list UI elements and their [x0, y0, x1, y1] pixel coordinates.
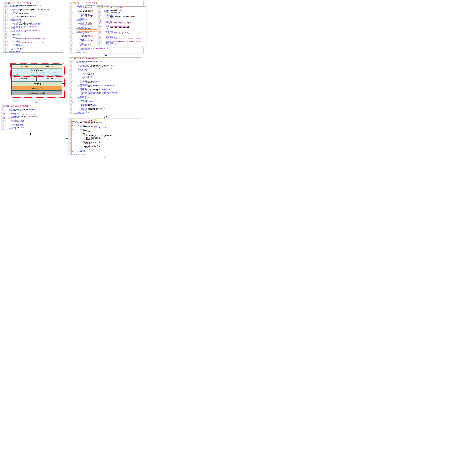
code-line: 24 </ModelOutputs>: [97, 36, 146, 37]
fold-gutter: [6, 27, 7, 28]
fold-gutter: [72, 92, 73, 93]
line-number: 29: [69, 38, 72, 40]
fold-gutter: [72, 65, 73, 66]
code-text: <GAModelDomainInfo>: [73, 20, 88, 21]
code-text: </ConfigDeps>: [73, 45, 86, 46]
fold-gutter: [6, 48, 7, 49]
code-text: <Keyword>Flood</Keyword>: [7, 13, 30, 14]
arrow-interface-horizontal1: [63, 74, 66, 74]
code-text: <ReferenceSystem>WGS84</ReferenceSystem>: [7, 26, 37, 27]
line-number: 14: [1, 122, 4, 124]
code-text: <CapID>Service.LongRunning.Visualization…: [7, 5, 41, 6]
code-text: <StartDate>2012-01-01</StartDate>: [73, 81, 101, 82]
code-text: </ConfigDeps>: [7, 44, 20, 45]
code-line: 27 <TemporalInterpolationError>None</Tem…: [69, 93, 142, 94]
config-dep-block: Config Dep: [11, 81, 63, 86]
code-line: 9 <DependencyLib>gdal-3.0.4</DependencyL…: [1, 116, 63, 117]
figure-canvas: 1-<?xml version="1.0" encoding="gb2312"?…: [0, 0, 150, 159]
fold-gutter: -: [6, 12, 7, 13]
code-text: <?xml version="1.0" encoding="gb2312"?>: [73, 58, 97, 59]
fold-gutter: [6, 30, 7, 31]
code-text: <Type>DFS</Type>: [73, 100, 88, 101]
fold-gutter: [72, 7, 73, 8]
code-line: 34 </EnvironmentDeps>: [3, 48, 63, 49]
code-text: </TemporalExtent>: [73, 84, 89, 85]
code-text: </Output>: [101, 34, 111, 36]
code-line: 12- <ModelInputs>: [97, 21, 146, 22]
code-text: <Keyword>Disaster</Keyword>: [7, 14, 31, 16]
fold-gutter: [72, 37, 73, 38]
code-line: 26 <SpatialInterpolationError>1 meter</S…: [69, 92, 142, 93]
code-line: 23 </Output>: [97, 34, 146, 36]
interface-contract-block: Interface Contract WMS WCS WFS ... Shape…: [11, 69, 63, 76]
code-line: 27 <DataDep CAPID="Data.DFS.FloodVisuali…: [3, 38, 63, 39]
fold-gutter: [100, 12, 101, 13]
fold-gutter: [72, 27, 73, 28]
line-number: 1: [97, 7, 100, 8]
code-line: 30 </GAModelDataMetaInfo>: [69, 97, 142, 98]
code-text: <TemporalInterpolationError>None</Tempor…: [73, 93, 118, 94]
code-text: <Name>FloodPredictionMod: [73, 7, 93, 8]
code-text: <CoordinateReferenceSystem>WGS84</Coordi…: [73, 85, 115, 86]
code-text: <UserName>admin</USERNAME>: [73, 105, 97, 106]
code-text: <ServiceDep CAPID="S: [73, 36, 93, 37]
fold-gutter: -: [72, 38, 73, 40]
code-text: <ServiceDeps>: [73, 33, 86, 34]
code-line: 7 <MountPath>/floodprediction/config</Mo…: [69, 127, 142, 129]
line-number: 17: [1, 126, 4, 128]
code-line: 1-<?xml version="1.0" encoding="gb2312"?…: [69, 2, 143, 3]
fold-gutter: [72, 96, 73, 97]
format-box-wcs: WCS: [12, 74, 24, 76]
line-number: 35: [69, 104, 72, 105]
data-dep-block: Data Dep: [36, 76, 63, 81]
fold-gutter: -: [72, 2, 73, 3]
code-line: 28- <Parameter name="SmoothingFactor" ty…: [97, 41, 146, 42]
code-line: 15 'RANGE':['/floodprediction/'],: [69, 138, 142, 139]
fold-gutter: -: [71, 125, 73, 126]
line-number: 31: [69, 41, 72, 43]
code-text: 'VALUE':'/floodprediction/',: [73, 137, 101, 138]
fold-gutter: [4, 125, 6, 127]
code-text: <DomainType>hydrology</DomainType>: [7, 21, 33, 23]
fold-gutter: [6, 5, 7, 6]
code-line: 6- <Type>Shapefile<Type>: [97, 13, 146, 14]
code-line: 12 path:: [69, 134, 142, 135]
code-text: <ConfigDeps>: [7, 41, 20, 42]
fold-gutter: [6, 24, 7, 25]
fold-gutter: -: [100, 32, 101, 33]
code-line: 24 <MeasurementError>0.5 meters</Measure…: [69, 89, 142, 90]
line-number: 24: [97, 36, 100, 37]
code-text: <DataFormat>GeoJSON</DataFormat>: [73, 86, 98, 87]
code-line: 16 <BusinessType>FloodVisualization</Bus…: [3, 23, 63, 24]
code-line: 23- <DataAccuracy>: [69, 87, 142, 89]
orange-connector-vertical: [86, 20, 86, 29]
fold-gutter: [72, 97, 73, 98]
code-text: <Keywords>: [73, 12, 84, 13]
line-number: 33: [3, 46, 6, 48]
fold-gutter: [72, 36, 73, 37]
xml-panel-env-info: 1<?xml version="1.0" encoding="gb2312"?>…: [1, 104, 63, 132]
fold-gutter: [100, 36, 101, 37]
code-text: <EnvironmentDep CAPID="Env.X86.CentOS.V7…: [7, 46, 42, 48]
fold-gutter: -: [72, 3, 73, 5]
code-line: 19</GAModelEnvInfo>: [1, 129, 63, 131]
fold-gutter: [71, 148, 73, 150]
code-text: <Name>FloodPrediction Datasource</Name>: [73, 63, 102, 65]
line-number: 30: [3, 42, 6, 43]
line-number: 26: [69, 92, 72, 93]
line-number: 5: [1, 110, 4, 111]
code-text: <CreationTime>2023-8-27 07:32:21</Creati…: [73, 66, 107, 67]
fold-gutter: [6, 19, 7, 20]
line-number: 9: [69, 69, 72, 70]
code-text: <DataAccuracy>: [73, 88, 87, 89]
line-number: 13: [69, 18, 72, 19]
line-number: 25: [69, 90, 72, 92]
line-number: 32: [97, 46, 100, 47]
line-number: 25: [69, 33, 72, 35]
line-number: 5: [69, 63, 72, 65]
code-text: </GAModelConfigInfo>: [73, 154, 85, 155]
code-text: 'RANGE':[0.3,0.5,0.7],: [73, 145, 98, 146]
line-number: 19: [69, 25, 72, 27]
code-line: 10- <DependencyLibs>: [1, 117, 63, 118]
fold-gutter: [71, 150, 73, 151]
